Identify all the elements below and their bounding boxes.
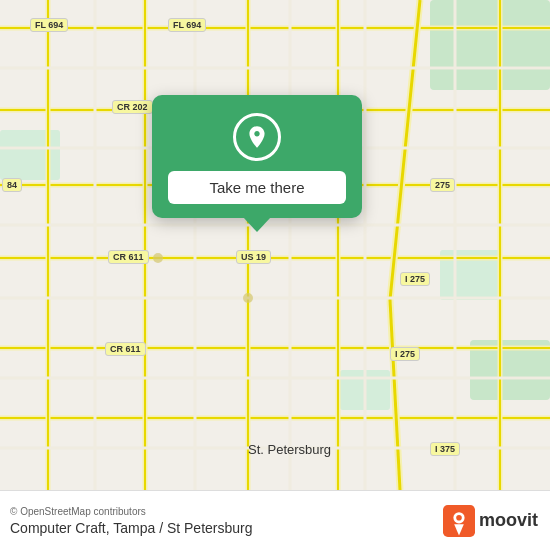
road-label-i275-bot: I 275 <box>390 347 420 361</box>
map-roads-svg <box>0 0 550 490</box>
svg-point-47 <box>456 515 462 521</box>
svg-point-43 <box>153 253 163 263</box>
location-icon-circle <box>233 113 281 161</box>
road-label-fl694-right: FL 694 <box>168 18 206 32</box>
svg-rect-3 <box>0 130 60 180</box>
copyright-text: © OpenStreetMap contributors <box>10 506 253 517</box>
road-label-fl694-left: FL 694 <box>30 18 68 32</box>
location-title: Computer Craft, Tampa / St Petersburg <box>10 520 253 536</box>
take-me-there-button[interactable]: Take me there <box>168 171 346 204</box>
road-label-us19: US 19 <box>236 250 271 264</box>
svg-point-44 <box>243 293 253 303</box>
road-label-i275-mid: I 275 <box>400 272 430 286</box>
city-label-st-pete: St. Petersburg <box>248 442 331 457</box>
svg-rect-1 <box>430 0 550 90</box>
moovit-logo: moovit <box>443 505 538 537</box>
road-label-275-top: 275 <box>430 178 455 192</box>
road-label-84: 84 <box>2 178 22 192</box>
bottom-left-info: © OpenStreetMap contributors Computer Cr… <box>10 506 253 536</box>
moovit-text: moovit <box>479 510 538 531</box>
popup-card: Take me there <box>152 95 362 218</box>
road-label-i375: I 375 <box>430 442 460 456</box>
location-pin-icon <box>244 124 270 150</box>
moovit-icon <box>443 505 475 537</box>
road-label-cr611-bot: CR 611 <box>105 342 146 356</box>
road-label-cr611-top: CR 611 <box>108 250 149 264</box>
bottom-bar: © OpenStreetMap contributors Computer Cr… <box>0 490 550 550</box>
map-container: FL 694 FL 694 CR 202 84 CR 611 US 19 275… <box>0 0 550 490</box>
road-label-cr202: CR 202 <box>112 100 153 114</box>
